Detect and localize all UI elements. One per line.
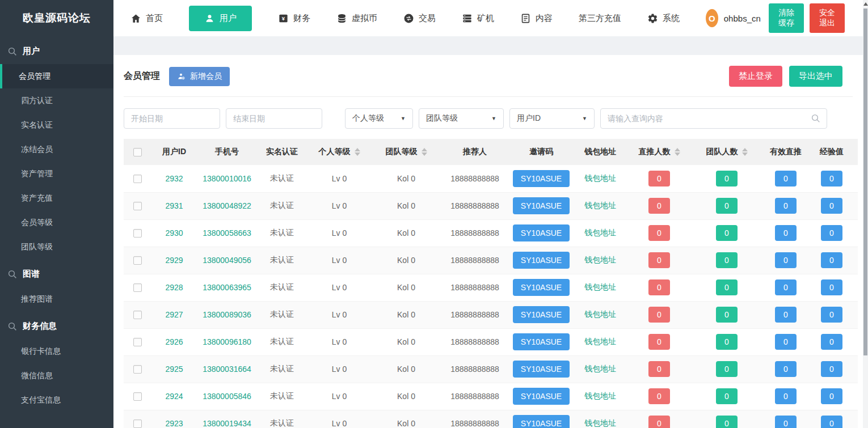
export-selected-button[interactable]: 导出选中 — [789, 66, 842, 87]
phone-link[interactable]: 13800019434 — [203, 419, 251, 428]
invite-code-button[interactable]: SY10ASUE — [513, 197, 570, 214]
nav-item[interactable]: 系统 — [647, 13, 680, 24]
invite-code-button[interactable]: SY10ASUE — [513, 306, 570, 323]
phone-link[interactable]: 13800063965 — [203, 283, 251, 292]
user_id-link[interactable]: 2928 — [165, 283, 183, 292]
team_count-badge[interactable]: 0 — [716, 198, 738, 214]
valid_direct-badge[interactable]: 0 — [775, 388, 797, 404]
wallet-link[interactable]: 钱包地址 — [584, 173, 616, 183]
user_id-link[interactable]: 2930 — [165, 228, 183, 238]
user_id-link[interactable]: 2923 — [165, 419, 183, 428]
exp-badge[interactable]: 0 — [821, 279, 842, 295]
row-checkbox[interactable] — [133, 175, 142, 183]
direct_count-badge[interactable]: 0 — [648, 334, 670, 350]
personal-level-select[interactable]: 个人等级 ▼ — [345, 108, 413, 129]
team-level-select[interactable]: 团队等级 ▼ — [419, 108, 504, 129]
scrollbar-thumb[interactable] — [863, 9, 867, 355]
user_id-link[interactable]: 2926 — [165, 337, 183, 346]
nav-item[interactable]: 矿机 — [462, 13, 494, 24]
nav-item[interactable]: 虚拟币 — [336, 13, 377, 24]
sort-arrows-icon[interactable] — [675, 148, 680, 156]
valid_direct-badge[interactable]: 0 — [775, 171, 797, 187]
nav-item[interactable]: 用户 — [189, 6, 252, 31]
row-checkbox[interactable] — [133, 256, 142, 265]
team_count-badge[interactable]: 0 — [716, 171, 738, 187]
phone-link[interactable]: 13800048922 — [203, 201, 251, 210]
direct_count-badge[interactable]: 0 — [648, 171, 670, 187]
team_count-badge[interactable]: 0 — [716, 225, 738, 241]
end-date-input[interactable] — [226, 108, 322, 129]
invite-code-button[interactable]: SY10ASUE — [513, 333, 570, 350]
valid_direct-badge[interactable]: 0 — [775, 252, 797, 268]
valid_direct-badge[interactable]: 0 — [775, 361, 797, 377]
nav-item[interactable]: 内容 — [520, 13, 553, 24]
sidebar-item[interactable]: 资产充值 — [0, 186, 113, 210]
exp-badge[interactable]: 0 — [821, 388, 842, 404]
invite-code-button[interactable]: SY10ASUE — [513, 361, 570, 378]
phone-link[interactable]: 13800058663 — [203, 228, 251, 238]
col-header-team_count[interactable]: 团队人数 — [692, 139, 761, 165]
wallet-link[interactable]: 钱包地址 — [584, 418, 616, 427]
valid_direct-badge[interactable]: 0 — [775, 416, 797, 428]
phone-link[interactable]: 13800010016 — [203, 174, 251, 183]
forbid-login-button[interactable]: 禁止登录 — [729, 66, 782, 87]
sidebar-item[interactable]: 微信信息 — [0, 363, 113, 388]
sidebar-item[interactable]: 冻结会员 — [0, 137, 113, 162]
user_id-link[interactable]: 2929 — [165, 256, 183, 265]
user_id-link[interactable]: 2931 — [165, 201, 183, 210]
team_count-badge[interactable]: 0 — [716, 388, 738, 404]
nav-item[interactable]: 首页 — [130, 13, 163, 24]
avatar[interactable]: O — [706, 9, 718, 27]
valid_direct-badge[interactable]: 0 — [775, 279, 797, 295]
sort-arrows-icon[interactable] — [422, 148, 427, 156]
sidebar-item[interactable]: 会员等级 — [0, 210, 113, 235]
row-checkbox[interactable] — [133, 311, 142, 319]
row-checkbox[interactable] — [133, 392, 142, 401]
sort-arrows-icon[interactable] — [355, 148, 360, 156]
wallet-link[interactable]: 钱包地址 — [584, 201, 616, 210]
wallet-link[interactable]: 钱包地址 — [584, 364, 616, 373]
invite-code-button[interactable]: SY10ASUE — [513, 279, 570, 296]
row-checkbox[interactable] — [133, 419, 142, 428]
direct_count-badge[interactable]: 0 — [648, 388, 670, 404]
wallet-link[interactable]: 钱包地址 — [584, 310, 616, 319]
wallet-link[interactable]: 钱包地址 — [584, 282, 616, 291]
exp-badge[interactable]: 0 — [821, 225, 842, 241]
sidebar-item[interactable]: 资产管理 — [0, 162, 113, 186]
nav-item[interactable]: 第三方充值 — [579, 13, 621, 24]
logout-button[interactable]: 安全退出 — [810, 3, 845, 33]
row-checkbox[interactable] — [133, 202, 142, 210]
nav-item[interactable]: ¥财务 — [278, 13, 310, 24]
user_id-link[interactable]: 2932 — [165, 174, 183, 183]
sidebar-item[interactable]: 团队等级 — [0, 235, 113, 259]
query-field-select[interactable]: 用户ID ▼ — [509, 108, 595, 129]
sidebar-section-header[interactable]: 财务信息 — [0, 313, 113, 339]
user_id-link[interactable]: 2927 — [165, 310, 183, 319]
team_count-badge[interactable]: 0 — [716, 252, 738, 268]
select-all-checkbox[interactable] — [133, 148, 142, 156]
scroll-up-arrow-icon[interactable] — [863, 2, 868, 6]
team_count-badge[interactable]: 0 — [716, 279, 738, 295]
user_id-link[interactable]: 2924 — [165, 392, 183, 401]
team_count-badge[interactable]: 0 — [716, 416, 738, 428]
valid_direct-badge[interactable]: 0 — [775, 307, 797, 323]
col-header-personal_level[interactable]: 个人等级 — [307, 139, 371, 165]
valid_direct-badge[interactable]: 0 — [775, 334, 797, 350]
direct_count-badge[interactable]: 0 — [648, 198, 670, 214]
wallet-link[interactable]: 钱包地址 — [584, 391, 616, 400]
clear-cache-button[interactable]: 清除缓存 — [769, 3, 804, 33]
row-checkbox[interactable] — [133, 283, 142, 292]
direct_count-badge[interactable]: 0 — [648, 307, 670, 323]
direct_count-badge[interactable]: 0 — [648, 416, 670, 428]
sidebar-item[interactable]: 银行卡信息 — [0, 339, 113, 363]
exp-badge[interactable]: 0 — [821, 171, 842, 187]
exp-badge[interactable]: 0 — [821, 198, 842, 214]
row-checkbox[interactable] — [133, 229, 142, 238]
phone-link[interactable]: 13800031664 — [203, 365, 251, 374]
row-checkbox[interactable] — [133, 338, 142, 346]
vertical-scrollbar[interactable] — [863, 0, 868, 428]
sidebar-item[interactable]: 实名认证 — [0, 113, 113, 137]
phone-link[interactable]: 13800096180 — [203, 337, 251, 346]
wallet-link[interactable]: 钱包地址 — [584, 255, 616, 264]
exp-badge[interactable]: 0 — [821, 252, 842, 268]
